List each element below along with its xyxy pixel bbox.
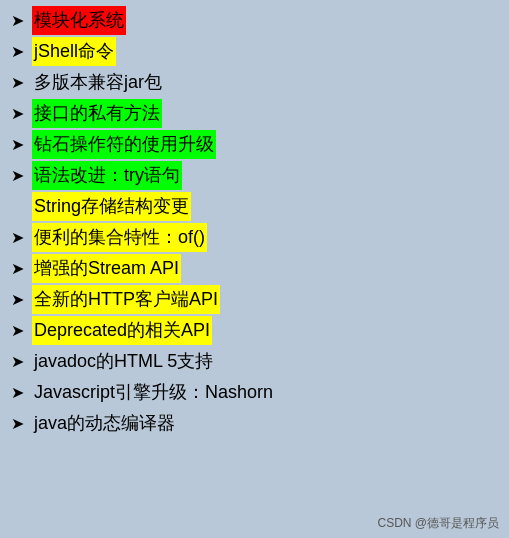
item-text: Javascript引擎升级：Nashorn (32, 378, 275, 407)
arrow-icon: ➤ (8, 350, 26, 374)
arrow-icon: ➤ (8, 40, 26, 64)
list-item: ➤增强的Stream API (8, 254, 501, 283)
arrow-icon: ➤ (8, 102, 26, 126)
list-item: ➤语法改进：try语句 (8, 161, 501, 190)
item-text: javadoc的HTML 5支持 (32, 347, 215, 376)
list-item: ➤便利的集合特性：of() (8, 223, 501, 252)
item-text: 增强的Stream API (32, 254, 181, 283)
list-item: ➤接口的私有方法 (8, 99, 501, 128)
item-text: String存储结构变更 (32, 192, 191, 221)
arrow-icon: ➤ (8, 164, 26, 188)
list-item: ➤jShell命令 (8, 37, 501, 66)
arrow-icon: ➤ (8, 9, 26, 33)
arrow-icon: ➤ (8, 257, 26, 281)
list-item: ➤钻石操作符的使用升级 (8, 130, 501, 159)
list-item: ➤全新的HTTP客户端API (8, 285, 501, 314)
item-text: 多版本兼容jar包 (32, 68, 164, 97)
item-text: jShell命令 (32, 37, 116, 66)
list-item: ➤javadoc的HTML 5支持 (8, 347, 501, 376)
arrow-icon: ➤ (8, 71, 26, 95)
item-text: 全新的HTTP客户端API (32, 285, 220, 314)
arrow-icon: ➤ (8, 133, 26, 157)
item-text: 钻石操作符的使用升级 (32, 130, 216, 159)
main-container: ➤模块化系统➤jShell命令➤多版本兼容jar包➤接口的私有方法➤钻石操作符的… (0, 0, 509, 538)
list-item: ➤Deprecated的相关API (8, 316, 501, 345)
list-container: ➤模块化系统➤jShell命令➤多版本兼容jar包➤接口的私有方法➤钻石操作符的… (8, 6, 501, 438)
item-text: 模块化系统 (32, 6, 126, 35)
arrow-icon: ➤ (8, 226, 26, 250)
list-item: ➤Javascript引擎升级：Nashorn (8, 378, 501, 407)
arrow-icon: ➤ (8, 381, 26, 405)
watermark: CSDN @德哥是程序员 (377, 515, 499, 532)
list-item: ➤多版本兼容jar包 (8, 68, 501, 97)
item-text: 语法改进：try语句 (32, 161, 182, 190)
list-item: ➤java的动态编译器 (8, 409, 501, 438)
item-text: 便利的集合特性：of() (32, 223, 207, 252)
arrow-icon: ➤ (8, 319, 26, 343)
item-text: 接口的私有方法 (32, 99, 162, 128)
list-item: String存储结构变更 (8, 192, 501, 221)
arrow-icon: ➤ (8, 288, 26, 312)
item-text: Deprecated的相关API (32, 316, 212, 345)
list-item: ➤模块化系统 (8, 6, 501, 35)
arrow-icon: ➤ (8, 412, 26, 436)
item-text: java的动态编译器 (32, 409, 177, 438)
